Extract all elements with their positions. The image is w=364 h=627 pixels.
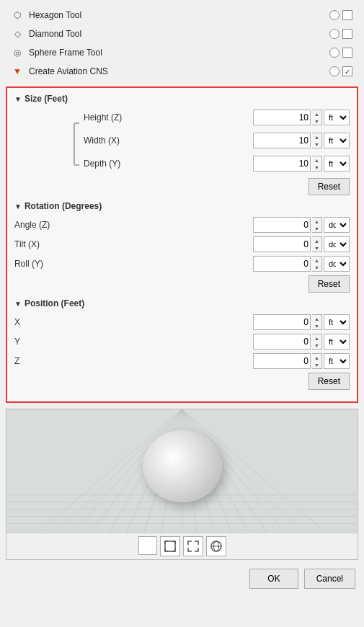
depth-y-input[interactable] bbox=[253, 156, 311, 172]
sphere-frame-label: Sphere Frame Tool bbox=[29, 48, 102, 58]
size-reset-button[interactable]: Reset bbox=[308, 178, 350, 195]
pos-z-input[interactable] bbox=[253, 353, 311, 369]
tilt-x-spin-down[interactable]: ▼ bbox=[312, 244, 321, 252]
depth-y-spin-up[interactable]: ▲ bbox=[312, 156, 321, 164]
pos-y-input[interactable] bbox=[253, 334, 311, 350]
angle-z-spin-down[interactable]: ▼ bbox=[312, 225, 321, 232]
properties-panel: ▼ Size (Feet) Height (Z) ▲ ▼ bbox=[6, 86, 358, 403]
position-reset-button[interactable]: Reset bbox=[308, 373, 350, 390]
height-z-spin-down[interactable]: ▼ bbox=[312, 117, 321, 125]
sphere-frame-radio[interactable] bbox=[329, 48, 339, 58]
size-section-header: ▼ Size (Feet) bbox=[14, 94, 350, 104]
pos-x-spinner[interactable]: ▲ ▼ bbox=[312, 314, 322, 330]
depth-y-spinner[interactable]: ▲ ▼ bbox=[312, 156, 322, 172]
tilt-x-input[interactable] bbox=[253, 236, 311, 252]
aviation-cns-checkbox[interactable]: ✓ bbox=[342, 66, 352, 76]
hexagon-icon: ⬡ bbox=[12, 9, 23, 21]
depth-y-spin-down[interactable]: ▼ bbox=[312, 164, 321, 171]
viewport[interactable] bbox=[6, 409, 358, 560]
height-z-input[interactable] bbox=[253, 110, 311, 125]
hexagon-label: Hexagon Tool bbox=[29, 10, 81, 20]
diamond-icon: ◇ bbox=[12, 28, 23, 40]
pos-z-label: Z bbox=[14, 356, 72, 366]
sphere-frame-checkbox[interactable] bbox=[342, 48, 352, 58]
angle-z-spin-up[interactable]: ▲ bbox=[312, 218, 321, 225]
width-x-label: Width (X) bbox=[84, 135, 141, 146]
tool-item-sphere-frame[interactable]: ◎ Sphere Frame Tool bbox=[6, 43, 358, 62]
width-x-unit[interactable]: ftm bbox=[324, 133, 350, 148]
width-x-spin-up[interactable]: ▲ bbox=[312, 133, 321, 141]
main-container: ⬡ Hexagon Tool ◇ Diamond Tool ◎ Sphere F… bbox=[0, 0, 364, 627]
pos-x-row: X ▲ ▼ ftm bbox=[14, 314, 350, 330]
pos-x-spin-up[interactable]: ▲ bbox=[312, 315, 321, 322]
pos-y-unit[interactable]: ftm bbox=[324, 334, 350, 350]
ok-button[interactable]: OK bbox=[249, 569, 298, 589]
sphere-view-button[interactable] bbox=[206, 536, 226, 556]
tilt-x-unit[interactable]: ddrad bbox=[324, 236, 350, 252]
pos-y-spin-up[interactable]: ▲ bbox=[312, 334, 321, 342]
pos-z-spinner[interactable]: ▲ ▼ bbox=[312, 353, 322, 369]
rotation-section-header: ▼ Rotation (Degrees) bbox=[14, 201, 350, 211]
diamond-checkbox[interactable] bbox=[342, 29, 352, 39]
height-z-unit[interactable]: ftm bbox=[324, 110, 350, 125]
tilt-x-spin-up[interactable]: ▲ bbox=[312, 237, 321, 244]
angle-z-row: Angle (Z) ▲ ▼ ddrad bbox=[14, 217, 350, 233]
pos-y-spin-down[interactable]: ▼ bbox=[312, 342, 321, 349]
pos-x-spin-down[interactable]: ▼ bbox=[312, 322, 321, 329]
roll-y-spinner[interactable]: ▲ ▼ bbox=[312, 256, 322, 272]
expand-button[interactable] bbox=[183, 536, 203, 556]
height-z-label: Height (Z) bbox=[84, 112, 141, 123]
sphere-object bbox=[143, 430, 222, 502]
tool-item-hexagon[interactable]: ⬡ Hexagon Tool bbox=[6, 6, 358, 25]
depth-y-unit[interactable]: ftm bbox=[324, 156, 350, 172]
pos-x-input[interactable] bbox=[253, 314, 311, 330]
viewport-toolbar bbox=[6, 533, 358, 559]
angle-z-input[interactable] bbox=[253, 217, 311, 233]
hexagon-radio[interactable] bbox=[329, 10, 339, 20]
roll-y-unit[interactable]: ddrad bbox=[324, 256, 350, 272]
depth-y-row: Depth (Y) ▲ ▼ ftm bbox=[84, 156, 350, 172]
pos-y-label: Y bbox=[14, 337, 72, 347]
aviation-cns-icon: ▼ bbox=[12, 66, 23, 77]
aviation-cns-label: Create Aviation CNS bbox=[29, 66, 108, 76]
expand-icon bbox=[187, 540, 200, 553]
position-section-header: ▼ Position (Feet) bbox=[14, 298, 350, 308]
roll-y-input[interactable] bbox=[253, 256, 311, 272]
depth-y-label: Depth (Y) bbox=[84, 159, 141, 169]
roll-y-spin-down[interactable]: ▼ bbox=[312, 264, 321, 271]
hexagon-checkbox[interactable] bbox=[342, 10, 352, 20]
pos-y-spinner[interactable]: ▲ ▼ bbox=[312, 334, 322, 350]
fit-view-button[interactable] bbox=[160, 536, 180, 556]
roll-y-label: Roll (Y) bbox=[14, 259, 72, 269]
tool-item-diamond[interactable]: ◇ Diamond Tool bbox=[6, 25, 358, 43]
diamond-radio[interactable] bbox=[329, 29, 339, 39]
width-x-input[interactable] bbox=[253, 133, 311, 148]
roll-y-spin-up[interactable]: ▲ bbox=[312, 257, 321, 264]
rotation-reset-button[interactable]: Reset bbox=[308, 275, 350, 293]
checkerboard-button[interactable] bbox=[138, 536, 157, 555]
angle-z-label: Angle (Z) bbox=[14, 220, 72, 230]
tool-item-aviation-cns[interactable]: ▼ Create Aviation CNS ✓ bbox=[6, 62, 358, 81]
angle-z-unit[interactable]: ddrad bbox=[324, 217, 350, 233]
pos-z-spin-up[interactable]: ▲ bbox=[312, 354, 321, 361]
pos-x-unit[interactable]: ftm bbox=[324, 314, 350, 330]
width-x-row: Width (X) ▲ ▼ ftm bbox=[84, 133, 350, 148]
tilt-x-label: Tilt (X) bbox=[14, 239, 72, 249]
pos-z-row: Z ▲ ▼ ftm bbox=[14, 353, 350, 369]
cancel-button[interactable]: Cancel bbox=[304, 569, 355, 589]
pos-z-spin-down[interactable]: ▼ bbox=[312, 361, 321, 368]
diamond-label: Diamond Tool bbox=[29, 29, 81, 39]
height-z-spinner[interactable]: ▲ ▼ bbox=[312, 110, 322, 125]
width-x-spinner[interactable]: ▲ ▼ bbox=[312, 133, 322, 148]
tilt-x-spinner[interactable]: ▲ ▼ bbox=[312, 236, 322, 252]
sphere-frame-icon: ◎ bbox=[12, 47, 23, 58]
height-z-spin-up[interactable]: ▲ bbox=[312, 110, 321, 117]
aviation-cns-radio[interactable] bbox=[329, 66, 339, 76]
pos-x-label: X bbox=[14, 317, 72, 327]
pos-z-unit[interactable]: ftm bbox=[324, 353, 350, 369]
pos-y-row: Y ▲ ▼ ftm bbox=[14, 334, 350, 350]
angle-z-spinner[interactable]: ▲ ▼ bbox=[312, 217, 322, 233]
width-x-spin-down[interactable]: ▼ bbox=[312, 141, 321, 148]
svg-rect-27 bbox=[165, 541, 175, 551]
fit-view-icon bbox=[164, 540, 177, 553]
